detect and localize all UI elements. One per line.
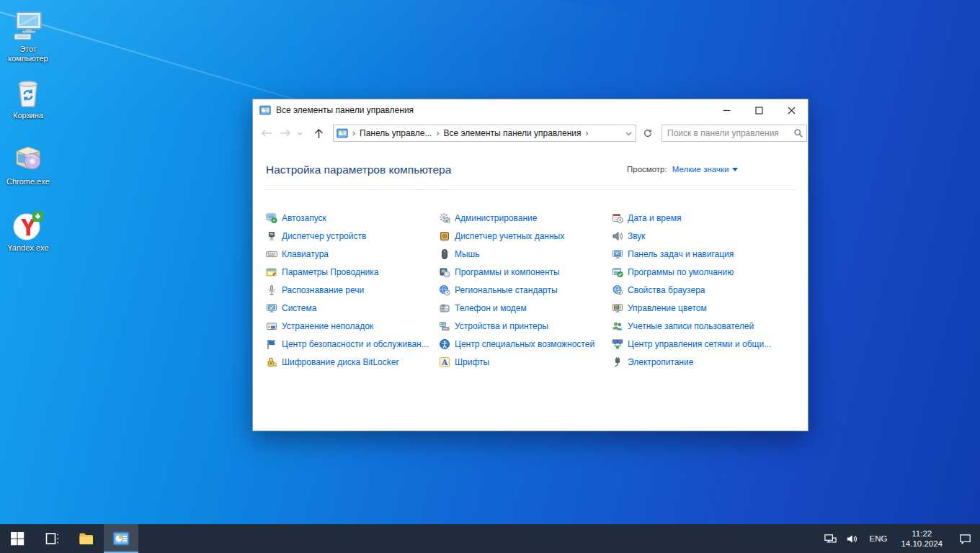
volume-icon[interactable] xyxy=(842,524,863,553)
refresh-button[interactable] xyxy=(638,124,657,143)
control-panel-item[interactable]: Программы по умолчанию xyxy=(612,263,785,281)
troubleshooting-icon xyxy=(266,320,277,332)
up-button[interactable] xyxy=(309,124,328,143)
view-dropdown[interactable]: Мелкие значки xyxy=(672,165,739,174)
control-panel-taskbar-button[interactable] xyxy=(104,524,138,553)
recycle-bin-icon xyxy=(11,75,45,109)
address-bar[interactable]: › Панель управле... › Все элементы панел… xyxy=(333,125,636,142)
taskbar-nav-icon xyxy=(612,248,623,260)
desktop-icon-this-pc[interactable]: Этот компьютер xyxy=(0,9,56,75)
search-input[interactable] xyxy=(662,126,790,140)
control-panel-item[interactable]: Программы и компоненты xyxy=(439,263,612,281)
control-panel-item[interactable]: Мышь xyxy=(439,245,612,263)
control-panel-item[interactable]: Дата и время xyxy=(612,209,785,227)
control-panel-item-label[interactable]: Клавиатура xyxy=(282,249,329,259)
network-center-icon xyxy=(612,338,623,350)
control-panel-item[interactable]: Центр специальных возможностей xyxy=(439,335,612,353)
control-panel-item[interactable]: Диспетчер устройств xyxy=(266,227,439,245)
clock-time: 11:22 xyxy=(901,529,943,539)
network-icon[interactable] xyxy=(820,524,842,553)
recent-locations-chevron-icon[interactable] xyxy=(295,124,305,143)
control-panel-item[interactable]: Шифрование диска BitLocker xyxy=(266,353,439,371)
control-panel-item[interactable]: Учетные записи пользователей xyxy=(612,317,785,335)
control-panel-content: Настройка параметров компьютера Просмотр… xyxy=(253,145,808,431)
desktop-icon-yandex-browser[interactable]: Yandex.exe xyxy=(0,207,56,274)
control-panel-item-label[interactable]: Автозапуск xyxy=(282,213,326,223)
control-panel-item[interactable]: AШрифты xyxy=(439,353,612,371)
control-panel-item[interactable]: Диспетчер учетных данных xyxy=(439,227,612,245)
window-title: Все элементы панели управления xyxy=(276,105,414,115)
control-panel-item-label[interactable]: Свойства браузера xyxy=(628,285,705,295)
control-panel-item-label[interactable]: Параметры Проводника xyxy=(282,267,378,277)
desktop-icon-chrome-installer[interactable]: Chrome.exe xyxy=(0,141,56,207)
start-button[interactable] xyxy=(0,524,35,553)
control-panel-item[interactable]: Телефон и модем xyxy=(439,299,612,317)
file-explorer-button[interactable] xyxy=(69,524,104,553)
breadcrumb-segment-all-items[interactable]: Все элементы панели управления xyxy=(443,128,581,138)
window-titlebar[interactable]: Все элементы панели управления xyxy=(253,99,808,121)
taskbar-spacer xyxy=(138,524,820,553)
control-panel-item[interactable]: Управление цветом xyxy=(612,299,785,317)
control-panel-item-label[interactable]: Центр безопасности и обслуживан... xyxy=(282,339,429,349)
items-column: АвтозапускДиспетчер устройствКлавиатураП… xyxy=(266,209,439,371)
control-panel-item-label[interactable]: Шифрование диска BitLocker xyxy=(282,357,398,367)
minimize-button[interactable] xyxy=(710,99,743,121)
control-panel-item-label[interactable]: Звук xyxy=(628,231,646,241)
control-panel-item-label[interactable]: Учетные записи пользователей xyxy=(628,321,754,331)
close-button[interactable] xyxy=(775,99,808,121)
control-panel-item[interactable]: Звук xyxy=(612,227,785,245)
control-panel-item-label[interactable]: Распознавание речи xyxy=(282,285,364,295)
task-view-button[interactable] xyxy=(35,524,69,553)
control-panel-item-label[interactable]: Устройства и принтеры xyxy=(455,321,548,331)
control-panel-item[interactable]: Администрирование xyxy=(439,209,612,227)
control-panel-item-label[interactable]: Панель задач и навигация xyxy=(628,249,734,259)
control-panel-item-label[interactable]: Центр специальных возможностей xyxy=(455,339,594,349)
control-panel-item[interactable]: Центр управления сетями и общи... xyxy=(612,335,785,353)
control-panel-item-label[interactable]: Диспетчер устройств xyxy=(282,231,366,241)
control-panel-item-label[interactable]: Система xyxy=(282,303,316,313)
phone-modem-icon xyxy=(439,302,450,314)
chrome-installer-icon xyxy=(11,141,45,176)
address-dropdown-chevron-icon[interactable] xyxy=(621,130,636,138)
control-panel-item[interactable]: Клавиатура xyxy=(266,245,439,263)
search-box xyxy=(662,125,807,142)
language-indicator[interactable]: ENG xyxy=(863,534,894,543)
clock-date: 14.10.2024 xyxy=(901,539,943,549)
control-panel-item[interactable]: Автозапуск xyxy=(266,209,439,227)
this-pc-icon xyxy=(11,9,45,43)
clock[interactable]: 11:22 14.10.2024 xyxy=(894,529,950,549)
control-panel-item-label[interactable]: Программы и компоненты xyxy=(455,267,560,277)
control-panel-item-label[interactable]: Телефон и модем xyxy=(455,303,527,313)
control-panel-item-label[interactable]: Шрифты xyxy=(455,357,489,367)
breadcrumb-segment-control-panel[interactable]: Панель управле... xyxy=(360,128,432,138)
control-panel-item-label[interactable]: Электропитание xyxy=(628,357,693,367)
control-panel-item-label[interactable]: Региональные стандарты xyxy=(455,285,558,295)
control-panel-item[interactable]: Устройства и принтеры xyxy=(439,317,612,335)
control-panel-item[interactable]: Параметры Проводника xyxy=(266,263,439,281)
control-panel-item-label[interactable]: Центр управления сетями и общи... xyxy=(628,339,771,349)
control-panel-item[interactable]: Электропитание xyxy=(612,353,785,371)
control-panel-item[interactable]: Региональные стандарты xyxy=(439,281,612,299)
control-panel-item[interactable]: Свойства браузера xyxy=(612,281,785,299)
control-panel-item[interactable]: Центр безопасности и обслуживан... xyxy=(266,335,439,353)
forward-button[interactable] xyxy=(276,124,295,143)
control-panel-item-label[interactable]: Администрирование xyxy=(455,213,537,223)
control-panel-item-label[interactable]: Программы по умолчанию xyxy=(628,267,734,277)
maximize-button[interactable] xyxy=(743,99,775,121)
control-panel-item-label[interactable]: Дата и время xyxy=(628,213,681,223)
control-panel-item[interactable]: Панель задач и навигация xyxy=(612,245,785,263)
search-icon[interactable] xyxy=(790,125,806,141)
back-button[interactable] xyxy=(257,124,276,143)
devices-printers-icon xyxy=(439,320,450,332)
control-panel-item[interactable]: Распознавание речи xyxy=(266,281,439,299)
control-panel-item[interactable]: Устранение неполадок xyxy=(266,317,439,335)
action-center-icon[interactable] xyxy=(950,524,980,553)
control-panel-item-label[interactable]: Устранение неполадок xyxy=(282,321,373,331)
control-panel-item-label[interactable]: Мышь xyxy=(455,249,480,259)
control-panel-item[interactable]: Система xyxy=(266,299,439,317)
control-panel-item-label[interactable]: Управление цветом xyxy=(628,303,707,313)
color-management-icon xyxy=(612,302,623,314)
power-options-icon xyxy=(612,356,623,368)
control-panel-item-label[interactable]: Диспетчер учетных данных xyxy=(455,231,564,241)
desktop-icon-recycle-bin[interactable]: Корзина xyxy=(0,75,56,141)
